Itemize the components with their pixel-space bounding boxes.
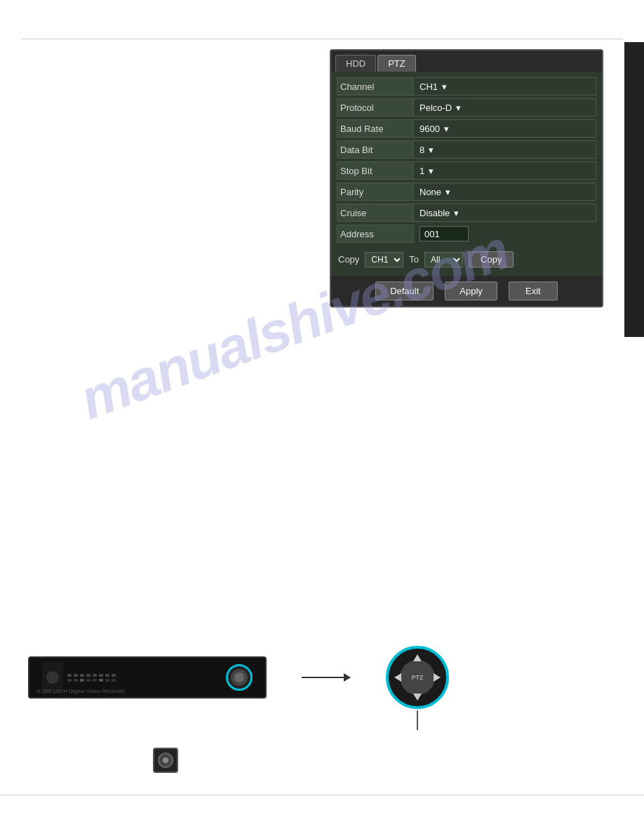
ptz-large-inner: PTZ bbox=[400, 660, 435, 695]
top-divider bbox=[21, 39, 623, 39]
chevron-down-icon: ▾ bbox=[429, 145, 434, 155]
ptz-large-ring-container: PTZ bbox=[386, 646, 449, 709]
ptz-up-arrow bbox=[413, 654, 422, 661]
chevron-down-icon: ▾ bbox=[429, 166, 434, 176]
label-parity: Parity bbox=[337, 183, 414, 201]
dialog-body: Channel CH1 ▾ Protocol Pelco-D ▾ Baud Ra… bbox=[331, 72, 602, 276]
label-cruise: Cruise bbox=[337, 204, 414, 222]
field-parity: Parity None ▾ bbox=[337, 183, 596, 201]
value-data-bit[interactable]: 8 ▾ bbox=[414, 140, 596, 159]
ptz-right-arrow bbox=[434, 673, 441, 682]
copy-to-select[interactable]: All CH1 CH2 bbox=[424, 252, 463, 267]
arrow-head bbox=[344, 673, 351, 682]
value-protocol[interactable]: Pelco-D ▾ bbox=[414, 98, 596, 117]
field-channel: Channel CH1 ▾ bbox=[337, 77, 596, 95]
value-cruise[interactable]: Disable ▾ bbox=[414, 204, 596, 222]
device-arrow bbox=[302, 673, 351, 682]
field-protocol: Protocol Pelco-D ▾ bbox=[337, 98, 596, 117]
dvr-model-text: H.265 16CH Digital Video Recorder bbox=[36, 688, 125, 694]
field-data-bit: Data Bit 8 ▾ bbox=[337, 140, 596, 159]
ptz-icon-button bbox=[153, 748, 178, 773]
label-address: Address bbox=[337, 225, 414, 243]
ptz-vertical-indicator bbox=[417, 710, 418, 730]
copy-row: Copy CH1 CH2 All To All CH1 CH2 Copy bbox=[337, 249, 596, 270]
to-label: To bbox=[409, 254, 419, 265]
apply-button[interactable]: Apply bbox=[445, 282, 497, 300]
bottom-divider bbox=[0, 795, 644, 795]
exit-button[interactable]: Exit bbox=[509, 282, 558, 300]
address-input[interactable] bbox=[420, 226, 469, 241]
label-protocol: Protocol bbox=[337, 98, 414, 117]
chevron-down-icon: ▾ bbox=[456, 102, 461, 113]
field-cruise: Cruise Disable ▾ bbox=[337, 204, 596, 222]
label-stop-bit: Stop Bit bbox=[337, 161, 414, 180]
chevron-down-icon: ▾ bbox=[444, 124, 449, 134]
copy-label: Copy bbox=[338, 254, 359, 265]
dvr-device: H.265 16CH Digital Video Recorder bbox=[28, 656, 267, 699]
label-channel: Channel bbox=[337, 77, 414, 95]
field-stop-bit: Stop Bit 1 ▾ bbox=[337, 161, 596, 180]
chevron-down-icon: ▾ bbox=[445, 187, 450, 197]
field-address: Address bbox=[337, 225, 596, 243]
dvr-ptz-inner bbox=[231, 669, 248, 686]
ptz-down-arrow bbox=[413, 694, 422, 701]
dvr-section: H.265 16CH Digital Video Recorder PTZ bbox=[28, 646, 449, 709]
arrow-line bbox=[302, 677, 344, 678]
ptz-icon-inner bbox=[158, 753, 173, 768]
ptz-dialog: HDD PTZ Channel CH1 ▾ Protocol Pelco-D ▾… bbox=[330, 49, 603, 307]
value-stop-bit[interactable]: 1 ▾ bbox=[414, 161, 596, 180]
tab-ptz[interactable]: PTZ bbox=[377, 55, 416, 72]
dialog-tabs: HDD PTZ bbox=[331, 51, 602, 72]
value-channel[interactable]: CH1 ▾ bbox=[414, 77, 596, 95]
chevron-down-icon: ▾ bbox=[454, 208, 459, 218]
copy-button[interactable]: Copy bbox=[469, 251, 514, 267]
value-parity[interactable]: None ▾ bbox=[414, 183, 596, 201]
ptz-icon-dot bbox=[163, 757, 168, 763]
ptz-large-ring[interactable]: PTZ bbox=[386, 646, 449, 709]
tab-hdd[interactable]: HDD bbox=[335, 55, 376, 72]
value-address bbox=[414, 225, 596, 243]
label-data-bit: Data Bit bbox=[337, 140, 414, 159]
ptz-center-label: PTZ bbox=[412, 674, 424, 682]
ptz-left-arrow bbox=[394, 673, 401, 682]
copy-from-select[interactable]: CH1 CH2 All bbox=[365, 252, 403, 267]
label-baud-rate: Baud Rate bbox=[337, 119, 414, 138]
dvr-ptz-ring[interactable] bbox=[226, 664, 253, 691]
default-button[interactable]: Default bbox=[375, 282, 434, 300]
chevron-down-icon: ▾ bbox=[442, 81, 447, 92]
footer-buttons: Default Apply Exit bbox=[331, 276, 602, 306]
value-baud-rate[interactable]: 9600 ▾ bbox=[414, 119, 596, 138]
right-sidebar-bar bbox=[624, 42, 644, 337]
field-baud-rate: Baud Rate 9600 ▾ bbox=[337, 119, 596, 138]
